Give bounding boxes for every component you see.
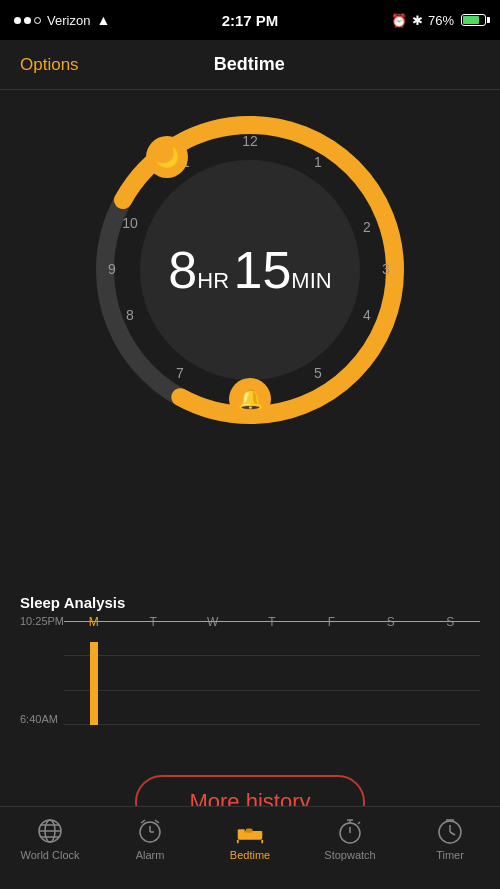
tab-alarm[interactable]: Alarm (100, 817, 200, 861)
battery-fill (463, 16, 479, 24)
bed-icon (236, 817, 264, 845)
battery-percent: 76% (428, 13, 454, 28)
svg-text:4: 4 (363, 307, 371, 323)
nav-bar: Options Bedtime (0, 40, 500, 90)
tab-world-clock[interactable]: World Clock (0, 817, 100, 861)
status-right: ⏰ ✱ 76% (391, 13, 486, 28)
bar-col-1 (123, 621, 182, 725)
svg-text:5: 5 (314, 365, 322, 381)
chart-time-bottom: 6:40AM (20, 713, 58, 725)
bluetooth-icon: ✱ (412, 13, 423, 28)
bar-fill-0 (90, 642, 98, 725)
options-button[interactable]: Options (20, 55, 79, 75)
sleep-analysis-section: Sleep Analysis 10:25PM 6:40AM (0, 580, 500, 755)
bar-col-4 (302, 621, 361, 725)
status-left: Verizon ▲ (14, 12, 110, 28)
bar-col-5 (361, 621, 420, 725)
svg-line-23 (155, 820, 159, 823)
chart-time-top: 10:25PM (20, 615, 64, 627)
sleep-analysis-title: Sleep Analysis (20, 594, 480, 611)
bell-icon[interactable]: 🔔 (229, 378, 271, 420)
moon-icon[interactable]: 🌙 (146, 136, 188, 178)
clock-section: 🌙 8HR 15MIN 12 (0, 90, 500, 580)
more-history-section: More history (0, 755, 500, 806)
dot-2 (24, 17, 31, 24)
svg-text:9: 9 (108, 261, 116, 277)
svg-line-22 (141, 820, 145, 823)
status-time: 2:17 PM (222, 12, 279, 29)
bedtime-icon (236, 817, 264, 845)
tab-bar: World Clock Alarm (0, 806, 500, 889)
wifi-icon: ▲ (96, 12, 110, 28)
tab-stopwatch[interactable]: Stopwatch (300, 817, 400, 861)
alarm-status-icon: ⏰ (391, 13, 407, 28)
stopwatch-icon (336, 817, 364, 845)
signal-dots (14, 17, 41, 24)
tab-bedtime-label: Bedtime (230, 849, 270, 861)
tab-timer-label: Timer (436, 849, 464, 861)
svg-line-37 (450, 832, 455, 835)
dot-3 (34, 17, 41, 24)
main-content: 🌙 8HR 15MIN 12 (0, 90, 500, 806)
page-title: Bedtime (214, 54, 285, 75)
timer-icon (436, 817, 464, 845)
stopwatch-svg-icon (336, 817, 364, 845)
battery-icon (461, 14, 486, 26)
tab-timer[interactable]: Timer (400, 817, 500, 861)
svg-text:12: 12 (242, 133, 258, 149)
bar-col-6 (421, 621, 480, 725)
tab-stopwatch-label: Stopwatch (324, 849, 375, 861)
tab-bedtime[interactable]: Bedtime (200, 817, 300, 861)
clock-container: 🌙 8HR 15MIN 12 (90, 110, 410, 430)
svg-text:2: 2 (363, 219, 371, 235)
globe-icon (36, 817, 64, 845)
svg-text:8: 8 (126, 307, 134, 323)
bar-col-3 (242, 621, 301, 725)
world-clock-icon (36, 817, 64, 845)
chart-bars (64, 621, 480, 725)
tab-world-clock-label: World Clock (20, 849, 79, 861)
bar-col-2 (183, 621, 242, 725)
timer-svg-icon (436, 817, 464, 845)
carrier-name: Verizon (47, 13, 90, 28)
chart-area: 10:25PM 6:40AM (20, 615, 480, 745)
tab-alarm-label: Alarm (136, 849, 165, 861)
svg-line-34 (358, 822, 360, 824)
svg-text:10: 10 (122, 215, 138, 231)
svg-text:1: 1 (314, 154, 322, 170)
bar-col-0 (64, 621, 123, 725)
svg-text:3: 3 (382, 261, 390, 277)
svg-rect-27 (246, 828, 253, 832)
svg-rect-25 (238, 829, 245, 834)
alarm-clock-icon (136, 817, 164, 845)
status-bar: Verizon ▲ 2:17 PM ⏰ ✱ 76% (0, 0, 500, 40)
dot-1 (14, 17, 21, 24)
more-history-button[interactable]: More history (135, 775, 364, 806)
alarm-icon (136, 817, 164, 845)
svg-text:7: 7 (176, 365, 184, 381)
